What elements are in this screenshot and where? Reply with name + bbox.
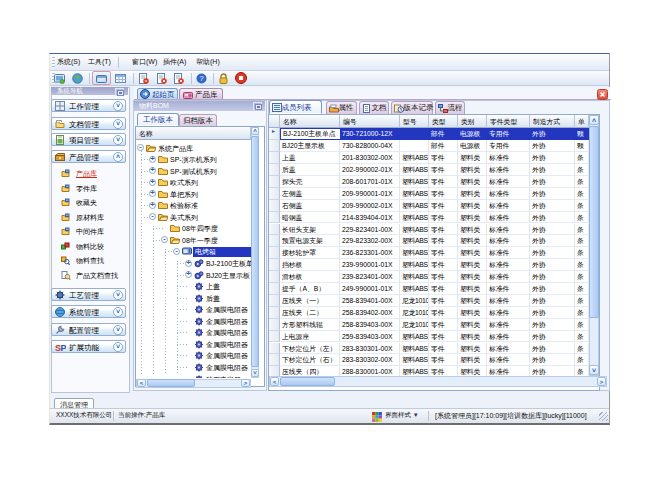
svg-text:?: ?	[199, 74, 203, 83]
svg-text:P: P	[61, 343, 67, 353]
